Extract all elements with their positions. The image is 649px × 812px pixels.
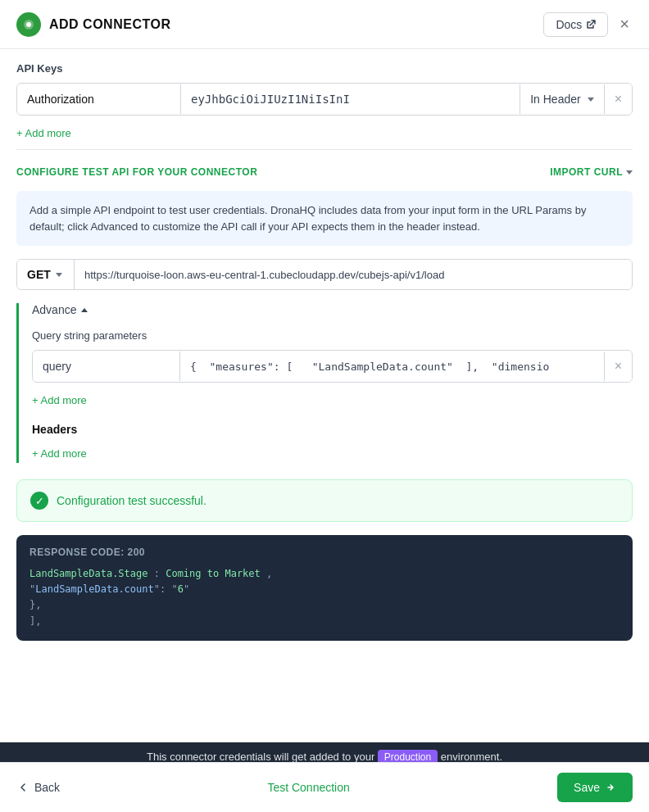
chevron-down-icon [626,170,633,175]
add-more-api-key-button[interactable]: + Add more [16,124,71,143]
api-key-location-select[interactable]: In Header [520,84,604,114]
svg-point-1 [26,22,31,27]
success-banner: ✓ Configuration test successful. [16,479,633,522]
info-box: Add a simple API endpoint to test user c… [16,191,633,246]
response-box: RESPONSE CODE: 200 LandSampleData.Stage … [16,535,633,641]
configure-section: CONFIGURE TEST API FOR YOUR CONNECTOR IM… [16,150,633,641]
add-more-header-button[interactable]: + Add more [32,444,87,463]
query-param-delete-button[interactable]: × [605,351,632,382]
configure-header: CONFIGURE TEST API FOR YOUR CONNECTOR IM… [16,166,633,178]
response-code: LandSampleData.Stage : Coming to Market … [30,566,620,629]
external-link-icon [586,20,596,29]
url-row: GET [16,259,633,290]
api-key-delete-button[interactable]: × [605,84,632,115]
url-input[interactable] [75,261,632,289]
info-text: Add a simple API endpoint to test user c… [30,204,586,233]
test-connection-button[interactable]: Test Connection [267,781,349,794]
success-text: Configuration test successful. [57,494,206,507]
api-key-name-input[interactable] [17,84,181,114]
chevron-down-icon [588,98,594,102]
response-header: RESPONSE CODE: 200 [30,547,620,558]
advance-toggle[interactable]: Advance [32,303,633,316]
query-param-key-input[interactable] [33,352,180,381]
code-line: ], [30,614,620,629]
api-key-value-input[interactable] [181,84,520,114]
arrow-right-icon [605,782,616,793]
header-actions: Docs × [543,11,633,37]
headers-section: Headers + Add more [32,423,633,463]
main-content: API Keys In Header × + Add more CONFIGUR… [0,49,649,641]
chevron-down-icon [56,273,62,277]
docs-button[interactable]: Docs [543,12,608,37]
app-logo [16,12,41,37]
headers-label: Headers [32,423,633,436]
code-line: "LandSampleData.count": "6" [30,582,620,597]
back-button[interactable]: Back [16,781,60,794]
header: ADD CONNECTOR Docs × [0,0,649,49]
footer: Back Test Connection Save [0,762,649,812]
query-param-value-input[interactable] [180,352,605,381]
query-params-label: Query string parameters [32,329,633,342]
api-keys-section: API Keys In Header × + Add more [16,49,633,150]
api-keys-label: API Keys [16,62,633,75]
save-button[interactable]: Save [557,773,633,802]
success-icon: ✓ [30,492,48,510]
advance-label: Advance [32,303,76,316]
add-more-query-param-button[interactable]: + Add more [32,391,87,410]
query-params-section: Query string parameters × + Add more [32,329,633,410]
arrow-left-icon [16,781,30,794]
import-curl-button[interactable]: IMPORT CURL [550,166,633,178]
advance-section: Advance Query string parameters × + Add … [16,303,633,463]
header-left: ADD CONNECTOR [16,12,170,37]
method-select[interactable]: GET [17,260,75,289]
code-line: }, [30,597,620,613]
code-line: LandSampleData.Stage : Coming to Market … [30,566,620,582]
api-key-row: In Header × [16,83,633,116]
chevron-up-icon [81,308,88,312]
configure-title: CONFIGURE TEST API FOR YOUR CONNECTOR [16,166,257,178]
close-button[interactable]: × [616,11,633,37]
query-param-row: × [32,350,633,383]
page-title: ADD CONNECTOR [49,17,170,32]
